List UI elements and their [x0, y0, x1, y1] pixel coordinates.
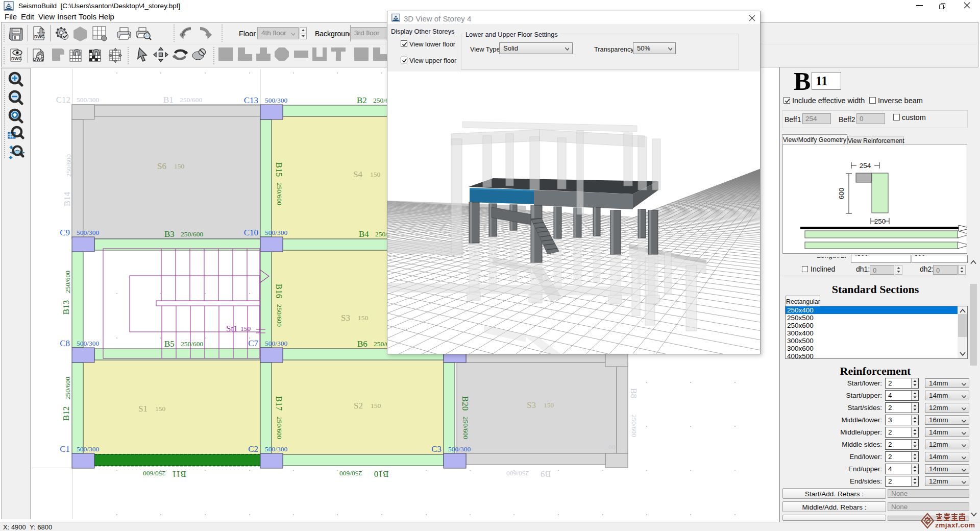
svg-text:C10: C10 — [244, 228, 258, 237]
svg-text:250/600: 250/600 — [276, 417, 283, 440]
svg-text:500/300: 500/300 — [448, 445, 471, 453]
svg-text:250/600: 250/600 — [64, 271, 71, 294]
svg-text:S3: S3 — [341, 313, 350, 323]
svg-text:250/600: 250/600 — [65, 154, 72, 177]
svg-text:S3: S3 — [527, 400, 536, 410]
svg-text:00: 00 — [608, 443, 616, 451]
svg-text:B3: B3 — [164, 229, 175, 239]
svg-text:250/600: 250/600 — [181, 230, 204, 238]
svg-text:150: 150 — [240, 325, 251, 332]
svg-text:250/600: 250/600 — [276, 304, 283, 327]
svg-text:150: 150 — [358, 314, 369, 322]
svg-text:150: 150 — [174, 162, 185, 170]
svg-text:500/300: 500/300 — [77, 96, 100, 104]
svg-text:B11: B11 — [172, 469, 186, 479]
svg-text:B20: B20 — [460, 396, 470, 411]
svg-text:DWG: DWG — [34, 34, 45, 39]
svg-text:C8: C8 — [60, 339, 70, 348]
svg-text:600: 600 — [838, 188, 845, 200]
svg-text:B10: B10 — [374, 469, 388, 479]
svg-text:B2: B2 — [357, 95, 367, 105]
svg-text:S6: S6 — [157, 161, 166, 171]
svg-text:250/600: 250/600 — [181, 340, 204, 348]
svg-text:250/600: 250/600 — [180, 96, 203, 104]
svg-text:150: 150 — [155, 405, 166, 413]
svg-text:250: 250 — [874, 218, 886, 225]
svg-text:C13: C13 — [244, 95, 258, 105]
svg-text:B4: B4 — [359, 229, 369, 239]
svg-text:500/300: 500/300 — [265, 445, 288, 453]
svg-text:150: 150 — [371, 402, 381, 409]
svg-text:DWG: DWG — [11, 56, 22, 61]
svg-text:B1: B1 — [163, 95, 174, 105]
svg-text:B14: B14 — [62, 191, 72, 206]
svg-text:250/600: 250/600 — [143, 470, 166, 477]
svg-text:500/300: 500/300 — [265, 340, 288, 347]
svg-text:C7: C7 — [248, 339, 258, 348]
svg-text:B8: B8 — [629, 388, 639, 398]
svg-text:B13: B13 — [61, 300, 71, 315]
svg-text:250/600: 250/600 — [64, 377, 71, 400]
svg-text:S2: S2 — [354, 401, 363, 411]
svg-text:250/600: 250/600 — [506, 470, 529, 477]
svg-text:S1: S1 — [138, 404, 148, 414]
svg-text:500/300: 500/300 — [77, 229, 100, 236]
svg-text:500/300: 500/300 — [77, 340, 100, 347]
svg-text:B12: B12 — [61, 406, 71, 421]
svg-text:250/600: 250/600 — [339, 470, 362, 477]
svg-text:S4: S4 — [353, 170, 362, 179]
svg-text:B9: B9 — [541, 469, 551, 479]
svg-text:254: 254 — [860, 162, 871, 170]
svg-text:150: 150 — [370, 171, 381, 178]
svg-text:C2: C2 — [248, 444, 258, 454]
svg-text:C12: C12 — [56, 95, 70, 105]
svg-text:DWG: DWG — [33, 57, 44, 62]
svg-text:250/600: 250/600 — [276, 183, 283, 206]
svg-text:150: 150 — [544, 401, 554, 409]
svg-text:B5: B5 — [164, 339, 175, 349]
svg-text:500/300: 500/300 — [77, 445, 100, 453]
svg-text:C1: C1 — [60, 444, 70, 454]
svg-text:C3: C3 — [431, 444, 442, 454]
svg-text:B6: B6 — [357, 339, 368, 349]
svg-text:St1: St1 — [226, 324, 238, 333]
svg-text:500/300: 500/300 — [265, 229, 288, 236]
svg-text:C9: C9 — [60, 228, 70, 237]
svg-text:250/600: 250/600 — [462, 417, 470, 440]
svg-text:500/300: 500/300 — [265, 96, 288, 104]
svg-text:B17: B17 — [274, 396, 284, 411]
svg-text:250/600: 250/600 — [630, 415, 638, 438]
svg-text:B15: B15 — [274, 162, 284, 177]
svg-text:B16: B16 — [274, 284, 284, 298]
